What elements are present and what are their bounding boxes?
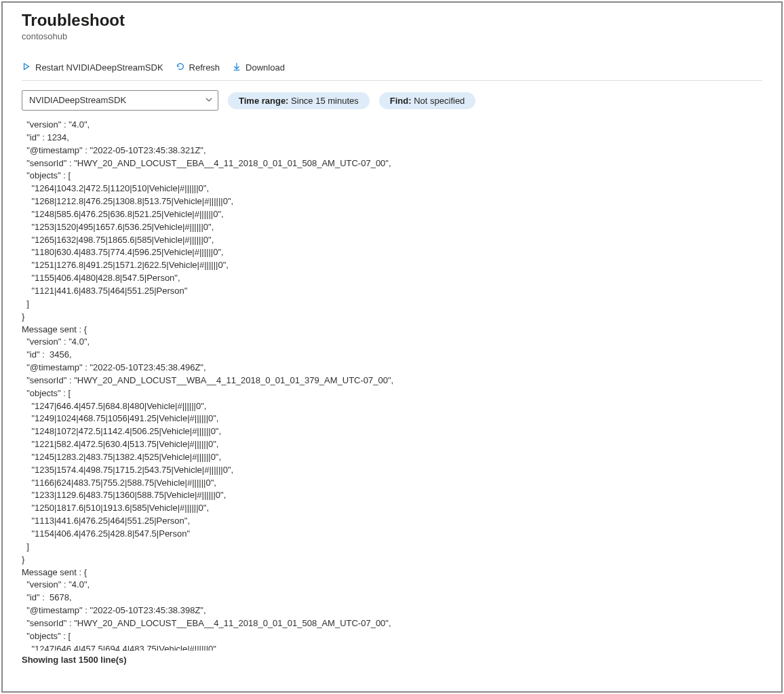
log-line: "1247|646.4|457.5|684.8|480|Vehicle|#|||… xyxy=(22,400,762,413)
page-header: Troubleshoot contosohub xyxy=(22,11,762,41)
module-select[interactable]: NVIDIADeepStreamSDK xyxy=(22,90,218,111)
log-line: "1248|585.6|476.25|636.8|521.25|Vehicle|… xyxy=(22,208,762,221)
log-line: ] xyxy=(22,298,762,311)
log-line: "1155|406.4|480|428.8|547.5|Person", xyxy=(22,272,762,285)
log-line: "version" : "4.0", xyxy=(22,119,762,132)
time-range-pill[interactable]: Time range: Since 15 minutes xyxy=(228,92,370,109)
log-line: "objects" : [ xyxy=(22,387,762,400)
find-pill[interactable]: Find: Not specified xyxy=(379,92,476,109)
time-range-value: Since 15 minutes xyxy=(291,96,359,106)
svg-marker-0 xyxy=(24,64,29,70)
log-line: "1221|582.4|472.5|630.4|513.75|Vehicle|#… xyxy=(22,438,762,451)
log-line: "1264|1043.2|472.5|1120|510|Vehicle|#|||… xyxy=(22,182,762,195)
download-icon xyxy=(232,62,241,73)
module-select-wrap: NVIDIADeepStreamSDK xyxy=(22,90,218,111)
log-line: "1233|1129.6|483.75|1360|588.75|Vehicle|… xyxy=(22,489,762,502)
log-line: "@timestamp" : "2022-05-10T23:45:38.321Z… xyxy=(22,144,762,157)
log-line: "1166|624|483.75|755.2|588.75|Vehicle|#|… xyxy=(22,477,762,490)
log-line: "1180|630.4|483.75|774.4|596.25|Vehicle|… xyxy=(22,246,762,259)
log-line: "version" : "4.0", xyxy=(22,579,762,592)
download-button[interactable]: Download xyxy=(232,60,285,75)
filters-row: NVIDIADeepStreamSDK Time range: Since 15… xyxy=(22,90,762,111)
log-line: "version" : "4.0", xyxy=(22,336,762,349)
refresh-icon xyxy=(176,62,185,73)
log-line: "1247|646.4|457.5|694.4|483.75|Vehicle|#… xyxy=(22,643,762,651)
log-line: "1154|406.4|476.25|428.8|547.5|Person" xyxy=(22,528,762,541)
log-output: "version" : "4.0", "id" : 1234, "@timest… xyxy=(22,115,762,651)
log-line: "1253|1520|495|1657.6|536.25|Vehicle|#||… xyxy=(22,221,762,234)
log-line: } xyxy=(22,554,762,566)
log-line: Message sent : { xyxy=(22,566,762,579)
refresh-label: Refresh xyxy=(189,62,220,73)
log-line: "1250|1817.6|510|1913.6|585|Vehicle|#|||… xyxy=(22,502,762,515)
log-line: "1249|1024|468.75|1056|491.25|Vehicle|#|… xyxy=(22,412,762,425)
log-line: "id" : 5678, xyxy=(22,592,762,604)
page-title: Troubleshoot xyxy=(22,11,762,30)
log-line: "1245|1283.2|483.75|1382.4|525|Vehicle|#… xyxy=(22,451,762,464)
status-line: Showing last 1500 line(s) xyxy=(22,655,762,665)
log-line: "1265|1632|498.75|1865.6|585|Vehicle|#||… xyxy=(22,234,762,247)
log-line: } xyxy=(22,311,762,324)
log-line: "sensorId" : "HWY_20_AND_LOCUST__EBA__4_… xyxy=(22,617,762,630)
play-icon xyxy=(22,62,31,73)
log-line: "@timestamp" : "2022-05-10T23:45:38.496Z… xyxy=(22,362,762,374)
log-line: "@timestamp" : "2022-05-10T23:45:38.398Z… xyxy=(22,604,762,617)
log-line: "objects" : [ xyxy=(22,170,762,182)
log-line: ] xyxy=(22,541,762,554)
log-line: "1235|1574.4|498.75|1715.2|543.75|Vehicl… xyxy=(22,464,762,477)
refresh-button[interactable]: Refresh xyxy=(176,60,220,75)
log-line: "sensorId" : "HWY_20_AND_LOCUST__WBA__4_… xyxy=(22,374,762,387)
find-value: Not specified xyxy=(414,96,465,106)
time-range-label: Time range: xyxy=(239,96,288,106)
log-line: "1268|1212.8|476.25|1308.8|513.75|Vehicl… xyxy=(22,195,762,208)
restart-label: Restart NVIDIADeepStreamSDK xyxy=(35,62,163,73)
restart-button[interactable]: Restart NVIDIADeepStreamSDK xyxy=(22,60,163,75)
log-line: "1248|1072|472.5|1142.4|506.25|Vehicle|#… xyxy=(22,425,762,438)
find-label: Find: xyxy=(390,96,412,106)
download-label: Download xyxy=(246,62,285,73)
log-line: Message sent : { xyxy=(22,324,762,336)
log-line: "objects" : [ xyxy=(22,630,762,643)
page-subtitle: contosohub xyxy=(22,31,762,41)
log-line: "id" : 3456, xyxy=(22,349,762,362)
log-line: "1251|1276.8|491.25|1571.2|622.5|Vehicle… xyxy=(22,259,762,272)
log-line: "1121|441.6|483.75|464|551.25|Person" xyxy=(22,285,762,298)
log-line: "sensorId" : "HWY_20_AND_LOCUST__EBA__4_… xyxy=(22,157,762,170)
log-line: "id" : 1234, xyxy=(22,132,762,144)
log-line: "1113|441.6|476.25|464|551.25|Person", xyxy=(22,515,762,528)
toolbar: Restart NVIDIADeepStreamSDK Refresh Down… xyxy=(22,54,762,81)
